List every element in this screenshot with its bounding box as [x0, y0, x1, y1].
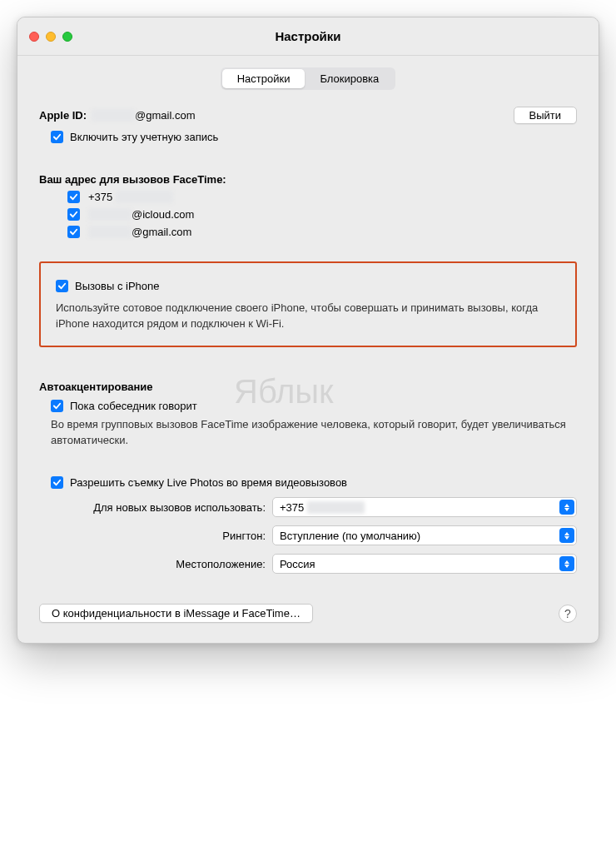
addresses-list: +375 xx xxx xx xx xxxxxxxx@icloud.com xx…: [67, 191, 577, 238]
tab-block[interactable]: Блокировка: [305, 69, 394, 88]
autofocus-row: Пока собеседник говорит: [51, 400, 577, 412]
enable-account-label: Включить эту учетную запись: [70, 131, 218, 143]
window-controls: [29, 32, 72, 42]
redacted-text: xx xxx xx xx: [116, 191, 173, 203]
autofocus-label: Пока собеседник говорит: [70, 400, 197, 412]
address-checkbox[interactable]: [67, 191, 80, 203]
privacy-button[interactable]: О конфиденциальности в iMessage и FaceTi…: [39, 604, 313, 623]
address-value: xxxxxxxx@icloud.com: [88, 208, 194, 221]
redacted-text: xxxxxxxx: [88, 226, 132, 238]
minimize-icon[interactable]: [46, 32, 56, 42]
chevron-updown-icon: [559, 528, 574, 543]
window-title: Настройки: [275, 29, 340, 43]
live-photos-row: Разрешить съемку Live Photos во время ви…: [51, 476, 577, 489]
chevron-updown-icon: [559, 556, 574, 571]
ringtone-select[interactable]: Вступление (по умолчанию): [272, 525, 577, 545]
iphone-calls-section: Вызовы с iPhone Используйте сотовое подк…: [39, 261, 577, 347]
live-photos-label: Разрешить съемку Live Photos во время ви…: [70, 476, 347, 489]
apple-id-label: Apple ID:: [39, 109, 87, 122]
enable-account-checkbox[interactable]: [51, 131, 63, 143]
address-checkbox[interactable]: [67, 226, 80, 238]
location-select[interactable]: Россия: [272, 554, 577, 574]
redacted-text: xxxxxxxx: [88, 208, 132, 221]
enable-account-row: Включить эту учетную запись: [51, 131, 577, 143]
chevron-updown-icon: [559, 500, 574, 515]
zoom-icon[interactable]: [62, 32, 72, 42]
iphone-calls-checkbox[interactable]: [56, 280, 68, 292]
iphone-calls-row: Вызовы с iPhone: [56, 280, 560, 292]
live-photos-checkbox[interactable]: [51, 476, 63, 489]
ringtone-value: Вступление (по умолчанию): [280, 530, 420, 542]
autofocus-header: Автоакцентирование: [39, 381, 577, 393]
segmented-control: Настройки Блокировка: [221, 67, 396, 90]
location-label: Местоположение:: [39, 558, 272, 570]
list-item: xxxxxxxx@icloud.com: [67, 208, 577, 221]
list-item: +375 xx xxx xx xx: [67, 191, 577, 203]
checkmark-icon: [69, 210, 78, 219]
redacted-text: xxxxxxxx: [92, 109, 135, 122]
checkmark-icon: [69, 227, 78, 236]
redacted-text: xx xxx xx xx: [307, 501, 365, 514]
autofocus-desc: Во время групповых вызовов FaceTime изоб…: [51, 417, 577, 449]
checkmark-icon: [52, 478, 62, 487]
signout-button[interactable]: Выйти: [514, 107, 578, 124]
ringtone-label: Рингтон:: [39, 530, 272, 542]
iphone-calls-desc: Используйте сотовое подключение своего i…: [56, 301, 560, 332]
checkmark-icon: [69, 192, 78, 202]
addresses-header: Ваш адрес для вызовов FaceTime:: [39, 173, 572, 186]
apple-id-value: xxxxxxxx@gmail.com: [92, 109, 195, 122]
checkmark-icon: [57, 281, 67, 291]
location-value: Россия: [280, 558, 315, 570]
footer-row: О конфиденциальности в iMessage и FaceTi…: [39, 604, 577, 623]
address-checkbox[interactable]: [67, 208, 80, 221]
apple-id-row: Apple ID: xxxxxxxx@gmail.com Выйти: [39, 107, 577, 124]
list-item: xxxxxxxx@gmail.com: [67, 226, 577, 238]
new-calls-select[interactable]: +375 xx xxx xx xx: [272, 497, 577, 517]
iphone-calls-label: Вызовы с iPhone: [75, 280, 160, 292]
tab-settings[interactable]: Настройки: [222, 69, 306, 88]
help-button[interactable]: ?: [559, 605, 577, 623]
address-value: xxxxxxxx@gmail.com: [88, 226, 191, 238]
ringtone-row: Рингтон: Вступление (по умолчанию): [39, 525, 577, 545]
tabs-row: Настройки Блокировка: [17, 56, 599, 102]
new-calls-row: Для новых вызовов использовать: +375 xx …: [39, 497, 577, 517]
checkmark-icon: [52, 132, 62, 142]
titlebar: Настройки: [17, 17, 599, 56]
autofocus-checkbox[interactable]: [51, 400, 63, 412]
content: Apple ID: xxxxxxxx@gmail.com Выйти Включ…: [17, 107, 599, 643]
address-value: +375 xx xxx xx xx: [88, 191, 173, 203]
location-row: Местоположение: Россия: [39, 554, 577, 574]
preferences-window: Настройки Настройки Блокировка Apple ID:…: [17, 17, 599, 644]
new-calls-label: Для новых вызовов использовать:: [39, 501, 272, 514]
checkmark-icon: [52, 401, 62, 411]
close-icon[interactable]: [29, 32, 39, 42]
